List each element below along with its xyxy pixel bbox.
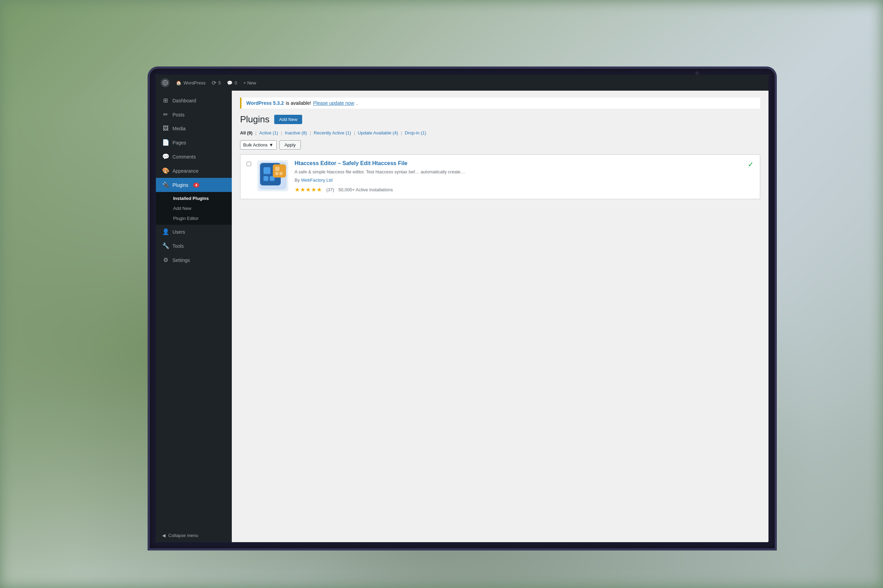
sidebar-item-label: Pages <box>173 140 186 146</box>
camera-dot <box>695 71 699 75</box>
svg-rect-9 <box>275 172 278 175</box>
admin-bar-updates[interactable]: ⟳ 5 <box>212 80 221 86</box>
site-name: WordPress <box>184 80 206 86</box>
plugin-meta: ★★★★★ (37) 50,000+ Active Installations <box>295 186 742 194</box>
sidebar-item-plugins[interactable]: 🔌 Plugins 4 <box>156 178 232 192</box>
tools-icon: 🔧 <box>162 242 169 249</box>
plugin-table: Htaccess Editor – Safely Edit Htaccess F… <box>240 154 760 199</box>
sidebar-item-label: Dashboard <box>173 98 196 104</box>
notice-text-mid: is available! <box>286 100 311 106</box>
sidebar-item-dashboard[interactable]: ⊞ Dashboard <box>156 93 232 108</box>
sidebar-item-label: Settings <box>173 258 190 263</box>
collapse-menu[interactable]: ◀ Collapse menu <box>156 529 232 542</box>
admin-bar-new[interactable]: + New <box>244 80 256 86</box>
laptop-frame: 🏠 WordPress ⟳ 5 💬 0 + New ⊞ <box>148 67 776 550</box>
wp-main: WordPress 5.3.2 is available! Please upd… <box>232 91 769 542</box>
wp-admin-bar: 🏠 WordPress ⟳ 5 💬 0 + New <box>156 75 769 91</box>
plugin-author: By WebFactory Ltd <box>295 177 742 183</box>
sidebar-item-pages[interactable]: 📄 Pages <box>156 135 232 150</box>
sidebar-item-users[interactable]: 👤 Users <box>156 225 232 239</box>
filter-tab-inactive[interactable]: Inactive (8) <box>285 130 307 136</box>
svg-rect-5 <box>263 176 268 181</box>
plugin-installs: 50,000+ Active Installations <box>338 187 393 192</box>
sidebar-subitem-editor[interactable]: Plugin Editor <box>156 213 232 224</box>
comments-icon: 💬 <box>227 80 233 86</box>
add-new-button[interactable]: Add New <box>274 115 302 124</box>
sidebar-item-settings[interactable]: ⚙ Settings <box>156 253 232 267</box>
screen-bezel: 🏠 WordPress ⟳ 5 💬 0 + New ⊞ <box>156 75 769 542</box>
media-icon: 🖼 <box>162 125 169 132</box>
wp-logo-icon <box>161 78 170 87</box>
sidebar-item-label: Tools <box>173 243 184 249</box>
svg-rect-7 <box>273 164 286 177</box>
new-label: + New <box>244 80 256 86</box>
sidebar-item-label: Media <box>173 126 185 131</box>
filter-tab-drop-in[interactable]: Drop-in (1) <box>405 130 426 136</box>
plugin-icon <box>257 160 288 191</box>
notice-version[interactable]: WordPress 5.3.2 <box>246 100 284 106</box>
filter-tab-active[interactable]: Active (1) <box>259 130 278 136</box>
notice-link[interactable]: Please update now <box>313 100 354 106</box>
dashboard-icon: ⊞ <box>162 97 169 104</box>
sidebar-subitem-add-new[interactable]: Add New <box>156 203 232 213</box>
collapse-icon: ◀ <box>162 533 165 538</box>
sidebar-item-label: Users <box>173 229 185 235</box>
wp-logo[interactable] <box>161 78 170 87</box>
comments-icon: 💬 <box>162 153 169 160</box>
sidebar-item-media[interactable]: 🖼 Media <box>156 122 232 135</box>
collapse-label: Collapse menu <box>168 533 199 538</box>
filter-tabs: All (9) | Active (1) | Inactive (8) | Re… <box>240 130 760 136</box>
admin-bar-site[interactable]: 🏠 WordPress <box>176 80 206 86</box>
plugin-description: A safe & simple htaccess file editor. Te… <box>295 168 742 176</box>
plugin-info: Htaccess Editor – Safely Edit Htaccess F… <box>295 160 742 194</box>
bulk-actions-select[interactable]: Bulk Actions ▼ <box>240 140 277 150</box>
wp-sidebar: ⊞ Dashboard ✏ Posts 🖼 Media 📄 Pages <box>156 91 232 542</box>
sidebar-item-tools[interactable]: 🔧 Tools <box>156 239 232 253</box>
sidebar-item-label: Comments <box>173 154 196 160</box>
home-icon: 🏠 <box>176 80 181 86</box>
update-notice: WordPress 5.3.2 is available! Please upd… <box>240 98 760 109</box>
page-title-row: Plugins Add New <box>240 114 760 125</box>
appearance-icon: 🎨 <box>162 167 169 174</box>
settings-icon: ⚙ <box>162 256 169 264</box>
notice-text-end: . <box>356 100 358 106</box>
sidebar-item-posts[interactable]: ✏ Posts <box>156 108 232 122</box>
apply-button[interactable]: Apply <box>280 140 301 150</box>
comments-count: 0 <box>235 80 237 86</box>
users-icon: 👤 <box>162 228 169 236</box>
plugin-checkbox[interactable] <box>247 162 251 166</box>
filter-sep-3: | <box>310 130 311 135</box>
svg-rect-8 <box>275 167 280 171</box>
plugin-stars: ★★★★★ <box>295 186 322 194</box>
sidebar-menu: ⊞ Dashboard ✏ Posts 🖼 Media 📄 Pages <box>156 91 232 529</box>
sidebar-item-label: Posts <box>173 112 185 117</box>
sidebar-item-label: Plugins <box>173 182 188 188</box>
filter-tab-update-available[interactable]: Update Available (4) <box>358 130 398 136</box>
pages-icon: 📄 <box>162 139 169 146</box>
plugins-badge: 4 <box>193 183 199 188</box>
plugin-installed-check: ✓ <box>748 160 754 168</box>
sidebar-item-label: Appearance <box>173 168 199 174</box>
bulk-actions-arrow: ▼ <box>269 142 274 147</box>
admin-bar-comments[interactable]: 💬 0 <box>227 80 237 86</box>
table-row: Htaccess Editor – Safely Edit Htaccess F… <box>241 155 760 199</box>
sidebar-item-comments[interactable]: 💬 Comments <box>156 150 232 164</box>
sidebar-item-appearance[interactable]: 🎨 Appearance <box>156 164 232 178</box>
filter-sep-1: | <box>255 130 256 135</box>
svg-rect-4 <box>263 167 271 174</box>
sidebar-subitem-installed[interactable]: Installed Plugins <box>156 194 232 203</box>
plugin-author-link[interactable]: WebFactory Ltd <box>301 177 333 183</box>
filter-sep-4: | <box>354 130 355 135</box>
svg-rect-10 <box>280 172 283 175</box>
filter-tab-all[interactable]: All (9) <box>240 130 253 136</box>
updates-count: 5 <box>218 80 221 86</box>
filter-tab-recently-active[interactable]: Recently Active (1) <box>314 130 351 136</box>
posts-icon: ✏ <box>162 111 169 118</box>
updates-icon: ⟳ <box>212 80 216 86</box>
page-title: Plugins <box>240 114 269 125</box>
filter-sep-5: | <box>401 130 402 135</box>
plugin-rating-count: (37) <box>326 187 334 192</box>
plugin-name-link[interactable]: Htaccess Editor – Safely Edit Htaccess F… <box>295 160 408 166</box>
bulk-actions-bar: Bulk Actions ▼ Apply <box>240 140 760 150</box>
wp-content: WordPress 5.3.2 is available! Please upd… <box>232 91 769 542</box>
